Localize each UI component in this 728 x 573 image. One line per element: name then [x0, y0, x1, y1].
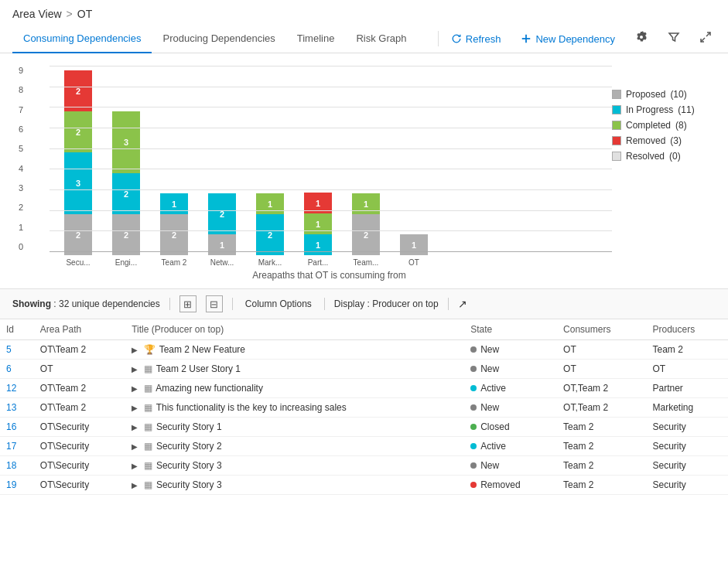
- tab-risk-graph[interactable]: Risk Graph: [345, 25, 417, 53]
- filter-icon: [668, 31, 680, 43]
- toolbar-divider-1: [169, 298, 170, 310]
- row-id-link[interactable]: 13: [6, 402, 16, 413]
- state-text: Active: [480, 383, 506, 394]
- row-expand-icon[interactable]: ▶: [132, 481, 138, 489]
- row-producers: Partner: [646, 379, 728, 398]
- row-id-link[interactable]: 16: [6, 421, 16, 432]
- row-id-link[interactable]: 5: [6, 344, 12, 355]
- collapse-row-icon[interactable]: ⊟: [206, 295, 223, 312]
- tab-timeline[interactable]: Timeline: [286, 25, 346, 53]
- row-title: Team 2 New Feature: [159, 344, 245, 355]
- row-title: Amazing new functionality: [156, 383, 263, 394]
- bar-mark[interactable]: 2 1 Mark...: [251, 193, 289, 267]
- row-title-cell: ▶ ▦ Security Story 3: [125, 476, 464, 495]
- breadcrumb-separator: >: [67, 8, 73, 20]
- bar-part[interactable]: 1 1 1 Part...: [299, 193, 337, 267]
- tab-producing-dependencies[interactable]: Producing Dependencies: [152, 25, 285, 53]
- showing-label: Showing : 32 unique dependencies: [12, 298, 160, 309]
- bar-mark-label: Mark...: [251, 258, 289, 267]
- row-state: Active: [464, 379, 557, 398]
- row-producers: Marketing: [646, 398, 728, 418]
- refresh-button[interactable]: Refresh: [446, 30, 506, 48]
- bar-secu-proposed: 2: [64, 214, 92, 255]
- row-state: Removed: [464, 476, 557, 495]
- row-type-icon: ▦: [144, 402, 152, 413]
- row-state: New: [464, 398, 557, 418]
- row-type-icon: ▦: [144, 460, 152, 471]
- row-type-icon: ▦: [144, 383, 152, 394]
- row-title-cell: ▶ ▦ Security Story 3: [125, 456, 464, 476]
- row-title: Security Story 3: [156, 460, 222, 471]
- y-label-2: 2: [19, 203, 23, 212]
- table-toolbar: Showing : 32 unique dependencies ⊞ ⊟ Col…: [0, 288, 728, 319]
- expand-button[interactable]: [696, 29, 716, 49]
- bar-team2-label: Team 2: [155, 258, 193, 267]
- state-dot: [470, 346, 477, 353]
- legend-removed: Removed (3): [612, 135, 713, 146]
- row-expand-icon[interactable]: ▶: [132, 404, 138, 412]
- data-table-wrap: Id Area Path Title (Producer on top) Sta…: [0, 319, 728, 495]
- row-expand-icon[interactable]: ▶: [132, 442, 138, 451]
- row-id-link[interactable]: 19: [6, 479, 16, 490]
- row-id-link[interactable]: 6: [6, 363, 12, 374]
- bar-engi[interactable]: 2 2 3 Engi...: [107, 111, 145, 267]
- bar-mark-completed: 1: [256, 193, 284, 214]
- bar-netw[interactable]: 1 2 Netw...: [203, 193, 241, 267]
- legend-removed-label: Removed: [626, 135, 665, 146]
- bar-team2[interactable]: 2 1 Team 2: [155, 193, 193, 267]
- row-id-link[interactable]: 17: [6, 441, 16, 452]
- row-expand-icon[interactable]: ▶: [132, 462, 138, 470]
- row-state: New: [464, 360, 557, 379]
- new-dependency-button[interactable]: New Dependency: [516, 30, 620, 48]
- expand-table-icon[interactable]: ↗: [458, 298, 467, 310]
- bar-ot-label: OT: [395, 258, 433, 267]
- state-text: New: [480, 363, 499, 374]
- row-expand-icon[interactable]: ▶: [132, 423, 138, 431]
- data-table: Id Area Path Title (Producer on top) Sta…: [0, 319, 728, 495]
- expand-row-icon[interactable]: ⊞: [179, 295, 197, 312]
- y-label-9: 9: [19, 66, 23, 75]
- bar-part-inprogress: 1: [304, 234, 332, 255]
- column-options-button[interactable]: Column Options: [242, 297, 315, 311]
- legend-completed-count: (8): [675, 120, 687, 131]
- bar-team[interactable]: 2 1 Team...: [347, 193, 385, 267]
- new-dependency-label: New Dependency: [535, 33, 615, 45]
- tab-consuming-dependencies[interactable]: Consuming Dependencies: [12, 25, 152, 53]
- expand-icon: [700, 32, 711, 43]
- y-label-5: 5: [19, 144, 23, 153]
- legend-resolved-color: [612, 152, 621, 161]
- row-expand-icon[interactable]: ▶: [132, 365, 138, 373]
- legend-proposed-count: (10): [670, 89, 686, 100]
- y-label-1: 1: [19, 223, 23, 232]
- bar-ot[interactable]: 1 OT: [395, 234, 433, 267]
- row-id-link[interactable]: 18: [6, 460, 16, 471]
- row-area-path: OT\Security: [34, 456, 125, 476]
- col-area-path: Area Path: [34, 319, 125, 340]
- row-producers: Security: [646, 437, 728, 456]
- state-text: Closed: [480, 421, 509, 432]
- row-area-path: OT\Security: [34, 476, 125, 495]
- breadcrumb-root[interactable]: Area View: [12, 8, 62, 20]
- state-dot: [470, 404, 477, 411]
- legend-inprogress-color: [612, 105, 621, 114]
- state-dot: [470, 482, 477, 488]
- row-expand-icon[interactable]: ▶: [132, 384, 138, 393]
- bar-secu[interactable]: 2 3 2 2 Secu...: [59, 70, 97, 267]
- legend-resolved-label: Resolved: [626, 151, 665, 162]
- legend-completed-color: [612, 121, 621, 130]
- row-area-path: OT\Security: [34, 418, 125, 437]
- display-label: Display : Producer on top: [334, 298, 439, 309]
- row-title: Security Story 1: [156, 421, 222, 432]
- row-expand-icon[interactable]: ▶: [132, 346, 138, 354]
- row-title-cell: ▶ ▦ Security Story 1: [125, 418, 464, 437]
- settings-button[interactable]: [631, 28, 652, 49]
- state-dot: [470, 462, 477, 469]
- row-id-link[interactable]: 12: [6, 383, 16, 394]
- table-row: 16 OT\Security ▶ ▦ Security Story 1 Clos…: [0, 418, 728, 437]
- row-state: Closed: [464, 418, 557, 437]
- y-label-4: 4: [19, 164, 23, 173]
- filter-button[interactable]: [663, 28, 685, 49]
- toolbar-divider-2: [232, 298, 233, 310]
- table-row: 5 OT\Team 2 ▶ 🏆 Team 2 New Feature New O…: [0, 340, 728, 360]
- row-producers: OT: [646, 360, 728, 379]
